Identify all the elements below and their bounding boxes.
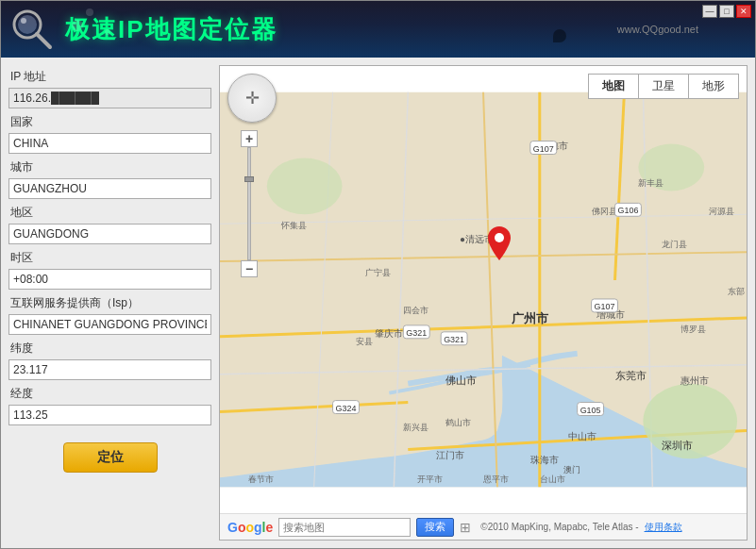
svg-point-17 (267, 158, 343, 215)
map-type-tabs: 地图 卫星 地形 (588, 74, 739, 99)
svg-text:龙门县: 龙门县 (662, 240, 687, 249)
zoom-slider[interactable] (247, 147, 251, 260)
svg-text:河源县: 河源县 (709, 207, 734, 216)
svg-text:深圳市: 深圳市 (662, 440, 693, 451)
decoration (86, 8, 93, 16)
svg-text:中山市: 中山市 (568, 431, 596, 441)
svg-text:春节市: 春节市 (248, 474, 274, 484)
ip-input[interactable] (8, 88, 211, 108)
close-button[interactable]: ✕ (736, 5, 751, 18)
svg-text:惠州市: 惠州市 (680, 375, 709, 386)
terms-link[interactable]: 使用条款 (645, 521, 682, 534)
isp-label: 互联网服务提供商（Isp） (8, 295, 211, 311)
svg-point-3 (21, 18, 26, 24)
map-scale-icon: ⊞ (460, 520, 471, 535)
decoration (553, 29, 566, 42)
svg-text:新兴县: 新兴县 (403, 423, 428, 432)
svg-line-2 (37, 34, 50, 47)
main-window: 极速IP地图定位器 www.QQgood.net — □ ✕ IP 地址 国家 … (0, 0, 756, 549)
map-nav-control[interactable]: ✛ (227, 74, 277, 123)
title-bar: 极速IP地图定位器 www.QQgood.net — □ ✕ (1, 1, 755, 58)
maximize-button[interactable]: □ (719, 5, 734, 18)
svg-text:G324: G324 (336, 404, 357, 413)
svg-text:台山市: 台山市 (540, 474, 565, 484)
latitude-input[interactable] (8, 359, 211, 380)
minimize-button[interactable]: — (702, 5, 717, 18)
tab-terrain[interactable]: 地形 (689, 74, 739, 99)
map-copyright: ©2010 MapKing, Mapabc, Tele Atlas - (480, 522, 638, 532)
google-logo: Google (227, 520, 273, 535)
svg-text:恩平市: 恩平市 (482, 474, 509, 484)
region-label: 地区 (8, 205, 211, 221)
zoom-out-button[interactable]: − (241, 260, 258, 277)
region-input[interactable] (8, 224, 211, 244)
website-text: www.QQgood.net (617, 24, 698, 35)
svg-text:江门市: 江门市 (436, 450, 464, 460)
pan-control[interactable]: ✛ (227, 74, 277, 123)
map-pin (488, 226, 511, 263)
map-search-input[interactable] (278, 518, 411, 537)
map-footer: Google 搜索 ⊞ ©2010 MapKing, Mapabc, Tele … (220, 513, 747, 540)
svg-text:新丰县: 新丰县 (638, 178, 664, 188)
longitude-label: 经度 (8, 386, 211, 402)
country-label: 国家 (8, 114, 211, 130)
svg-text:东部: 东部 (728, 287, 745, 296)
longitude-input[interactable] (8, 405, 211, 425)
map-search-button[interactable]: 搜索 (416, 518, 454, 537)
app-title: 极速IP地图定位器 (65, 13, 277, 46)
decoration (105, 29, 110, 35)
svg-text:佛冈县: 佛冈县 (592, 207, 617, 216)
svg-text:G321: G321 (444, 335, 464, 344)
svg-text:G321: G321 (406, 328, 427, 338)
zoom-controls: + − (241, 130, 258, 277)
magnifier-icon (8, 6, 56, 53)
locate-button[interactable]: 定位 (63, 442, 158, 473)
svg-text:澳门: 澳门 (563, 465, 580, 474)
svg-text:广州市: 广州市 (511, 311, 549, 325)
map-svg: 广州市 佛山市 增城市 东莞市 惠州市 深圳市 珠海市 中山市 (220, 66, 747, 513)
map-container[interactable]: 广州市 佛山市 增城市 东莞市 惠州市 深圳市 珠海市 中山市 (220, 66, 747, 513)
city-input[interactable] (8, 178, 211, 199)
svg-text:G106: G106 (617, 206, 638, 215)
svg-text:怀集县: 怀集县 (280, 221, 307, 230)
svg-text:G107: G107 (533, 144, 554, 154)
tab-map[interactable]: 地图 (588, 74, 638, 99)
isp-input[interactable] (8, 314, 211, 335)
logo-area: 极速IP地图定位器 (8, 6, 277, 53)
svg-text:广宁县: 广宁县 (365, 268, 391, 277)
zoom-in-button[interactable]: + (241, 130, 258, 147)
map-panel: 广州市 佛山市 增城市 东莞市 惠州市 深圳市 珠海市 中山市 (219, 65, 748, 541)
svg-point-1 (18, 15, 37, 34)
svg-text:博罗县: 博罗县 (680, 324, 706, 334)
svg-text:肇庆市: 肇庆市 (375, 328, 403, 339)
svg-text:开平市: 开平市 (417, 474, 443, 484)
svg-text:鹤山市: 鹤山市 (445, 418, 471, 427)
window-controls: — □ ✕ (702, 5, 751, 18)
svg-text:G107: G107 (595, 302, 615, 311)
city-label: 城市 (8, 159, 211, 175)
svg-text:安县: 安县 (356, 337, 373, 346)
svg-text:东莞市: 东莞市 (615, 370, 647, 381)
svg-text:珠海市: 珠海市 (530, 455, 559, 465)
zoom-thumb[interactable] (244, 176, 254, 182)
svg-text:佛山市: 佛山市 (445, 374, 477, 386)
main-content: IP 地址 国家 城市 地区 时区 互联网服务提供商（Isp） 纬度 经度 定位 (1, 58, 755, 548)
country-input[interactable] (8, 133, 211, 154)
left-panel: IP 地址 国家 城市 地区 时区 互联网服务提供商（Isp） 纬度 经度 定位 (8, 65, 211, 541)
svg-text:四会市: 四会市 (403, 306, 428, 315)
svg-text:G105: G105 (580, 406, 601, 415)
tab-satellite[interactable]: 卫星 (638, 74, 689, 99)
timezone-input[interactable] (8, 269, 211, 290)
svg-point-63 (495, 233, 504, 242)
latitude-label: 纬度 (8, 341, 211, 357)
pan-arrows-icon: ✛ (245, 90, 260, 107)
decoration (72, 20, 83, 31)
ip-label: IP 地址 (8, 69, 211, 85)
timezone-label: 时区 (8, 250, 211, 266)
